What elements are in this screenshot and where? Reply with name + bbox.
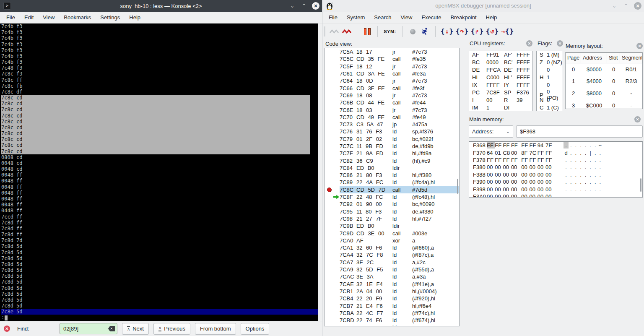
code-row[interactable]: 7C66CD 3F FEcall#fe3f (325, 84, 459, 91)
hex-byte[interactable]: 01 (495, 150, 503, 156)
code-row[interactable]: ld (325, 324, 459, 326)
hex-byte[interactable]: 00 (521, 186, 529, 193)
code-row[interactable]: 7CBA22 4C F7ld(#f74c),hl (325, 310, 459, 317)
hex-byte[interactable]: 00 (495, 179, 503, 185)
code-row[interactable]: 7C5CCD 35 FEcall#fe35 (325, 55, 459, 63)
code-row[interactable]: 7C8621 80 F3ldhl,#f380 (325, 172, 459, 179)
column-header[interactable]: Segment (620, 53, 642, 63)
hex-byte[interactable]: 00 (503, 179, 511, 185)
hex-byte[interactable]: 00 (545, 172, 553, 178)
menu-search[interactable]: Search (369, 13, 396, 22)
hex-byte[interactable]: 00 (521, 179, 529, 185)
menu-breakpoint[interactable]: Breakpoint (446, 13, 481, 22)
run-button[interactable] (419, 26, 431, 37)
code-row[interactable]: 7C8CCD 5D 7Dcall#7d5d (325, 186, 459, 193)
hex-byte[interactable]: 00 (503, 172, 511, 178)
connect-button[interactable] (328, 26, 340, 37)
hex-byte[interactable]: 00 (538, 186, 545, 193)
hex-byte[interactable]: 00 (495, 172, 503, 178)
hex-byte[interactable]: 00 (511, 193, 519, 198)
code-row[interactable]: 7C7F21 9A FDldhl,#fd9a (325, 150, 459, 157)
hex-byte[interactable]: 00 (521, 172, 529, 178)
close-panel-icon[interactable]: ✕ (526, 40, 532, 47)
hex-byte[interactable]: 00 (495, 193, 503, 198)
konsole-titlebar[interactable]: > sony_hb-10 : less — Konsole <2> ⌄ ⌃ ✕ (0, 0, 322, 12)
code-row[interactable]: 7C84ED B0ldir (325, 164, 459, 172)
column-header[interactable]: Address (581, 53, 607, 63)
code-row[interactable]: 7C5A18 17jr#7c73 (325, 48, 459, 55)
step-over-button[interactable]: {↷} (454, 26, 470, 37)
find-options-button[interactable]: Options (241, 323, 270, 335)
code-row[interactable]: 7C6E18 03jr#7c73 (325, 106, 459, 113)
menu-help[interactable]: Help (125, 13, 145, 22)
hex-byte[interactable]: 00 (538, 164, 545, 170)
menu-file[interactable]: File (2, 13, 20, 22)
break-button[interactable] (406, 26, 419, 37)
terminal-output[interactable]: 7c4b f37c4b f37c4b f37c4b f37c4b f37c4b … (0, 23, 318, 321)
code-row[interactable]: 7C73C3 5A 47jp#475a (325, 121, 459, 128)
find-next-button[interactable]: ∧ Next (122, 323, 149, 335)
minimize-icon[interactable]: ⌄ (288, 2, 296, 10)
menu-file[interactable]: File (324, 13, 342, 22)
close-panel-icon[interactable]: ✕ (557, 40, 563, 47)
hex-byte[interactable]: 00 (529, 186, 537, 193)
hex-byte[interactable]: 00 (503, 186, 511, 193)
code-row[interactable]: 7C6418 0Djr#7c73 (325, 77, 459, 84)
hex-byte[interactable]: FF (545, 150, 553, 156)
menu-edit[interactable]: Edit (20, 13, 38, 22)
hex-byte[interactable]: FF (538, 150, 545, 156)
step-back-button[interactable]: {↺} (485, 26, 500, 37)
hex-byte[interactable]: FF (503, 157, 511, 163)
hex-byte[interactable]: 00 (511, 164, 519, 170)
code-row[interactable]: 7CA0AFxora (325, 237, 459, 244)
hex-byte[interactable]: 00 (503, 193, 511, 198)
menu-bookmarks[interactable]: Bookmarks (59, 13, 96, 22)
step-into-button[interactable]: {↓} (439, 26, 454, 37)
code-row[interactable]: 7C6918 08jr#7c73 (325, 92, 459, 99)
hex-byte[interactable]: 8F (521, 150, 529, 156)
maximize-icon[interactable]: ⌃ (300, 2, 308, 10)
code-row[interactable]: 7C9BED B0ldir (325, 222, 459, 229)
hex-byte[interactable]: C8 (503, 150, 511, 156)
find-previous-button[interactable]: ∨ Previous (153, 323, 190, 335)
breakpoint-icon[interactable] (327, 188, 332, 192)
close-panel-icon[interactable]: ✕ (636, 43, 643, 49)
debugger-titlebar[interactable]: openMSX debugger [unnamed session] ⌄ ⌃ ✕ (322, 0, 644, 12)
minimize-icon[interactable]: ⌄ (610, 2, 618, 10)
code-row[interactable]: 7CAC3E 3Alda,#3a (325, 273, 459, 280)
column-header[interactable]: Slot (607, 53, 620, 63)
clear-input-icon[interactable]: ✕ (108, 326, 115, 331)
close-icon[interactable]: ✕ (634, 2, 641, 10)
hex-byte[interactable]: 00 (487, 186, 495, 193)
hex-byte[interactable]: FF (503, 142, 511, 148)
hex-byte[interactable]: 00 (529, 172, 537, 178)
code-row[interactable]: 7C61CD 3A FEcall#fe3a (325, 70, 459, 77)
menu-help[interactable]: Help (481, 13, 502, 22)
hex-view-scrollbar[interactable] (640, 178, 641, 192)
step-out-button[interactable]: {↱} (470, 26, 485, 37)
disconnect-button[interactable] (340, 26, 353, 37)
code-view-scrollbar[interactable] (457, 179, 458, 194)
hex-byte[interactable]: 00 (529, 179, 537, 185)
code-row[interactable]: 7CA132 60 F6ld(#f660),a (325, 244, 459, 251)
hex-byte[interactable]: 00 (545, 193, 553, 198)
code-row[interactable]: 7C6BCD 44 FEcall#fe44 (325, 99, 459, 106)
code-row[interactable]: 7C7631 76 F3ldsp,#f376 (325, 128, 459, 135)
code-row[interactable]: 7C5F18 12jr#7c73 (325, 63, 459, 70)
hex-byte[interactable]: 00 (529, 193, 537, 198)
hex-byte[interactable]: FF (511, 157, 519, 163)
main-memory-hex-view[interactable]: F368FFFFFFFFFFFF947E.......~F3706401C800… (469, 141, 643, 198)
hex-byte[interactable]: FF (545, 157, 553, 163)
code-row[interactable]: 7C9511 80 F3ldde,#f380 (325, 208, 459, 215)
hex-byte[interactable]: 00 (538, 179, 545, 185)
hex-byte[interactable]: 00 (495, 186, 503, 193)
hex-byte[interactable]: FF (511, 142, 519, 148)
hex-byte[interactable]: 00 (529, 164, 537, 170)
hex-byte[interactable]: 00 (503, 164, 511, 170)
hex-byte[interactable]: 00 (511, 186, 519, 193)
hex-byte[interactable]: 00 (545, 186, 553, 193)
code-row[interactable]: 7C70CD 49 FEcall#fe49 (325, 114, 459, 121)
hex-byte[interactable]: 00 (545, 179, 553, 185)
hex-byte[interactable]: FF (529, 157, 537, 163)
code-row[interactable]: 7C9821 27 7Fldhl,#7f27 (325, 215, 459, 222)
